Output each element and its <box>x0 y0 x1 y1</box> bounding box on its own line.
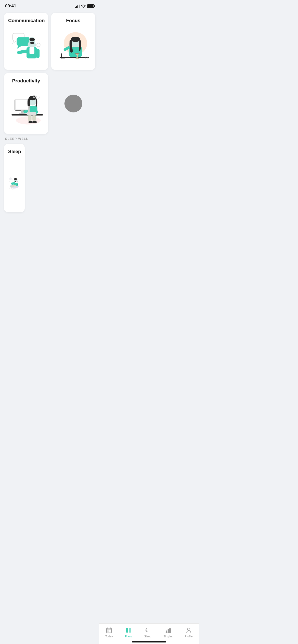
svg-point-7 <box>30 42 34 44</box>
top-card-grid: Communication <box>4 13 95 70</box>
status-icons <box>75 4 94 8</box>
productivity-card[interactable]: Productivity <box>4 73 48 134</box>
svg-point-6 <box>30 38 35 41</box>
svg-rect-27 <box>61 53 62 58</box>
sleep-well-label: SLEEP WELL <box>5 137 95 141</box>
svg-point-62 <box>9 188 11 189</box>
svg-point-17 <box>71 37 80 42</box>
main-content: Communication <box>0 11 99 238</box>
wifi-icon <box>81 4 86 8</box>
battery-icon <box>87 4 94 8</box>
svg-text:✦: ✦ <box>9 181 10 182</box>
svg-point-49 <box>32 121 37 123</box>
svg-rect-47 <box>32 115 36 121</box>
sleep-grid: Sleep <box>4 144 95 212</box>
svg-point-68 <box>9 178 11 180</box>
svg-text:✦: ✦ <box>10 183 11 184</box>
svg-rect-46 <box>28 115 32 121</box>
svg-rect-45 <box>28 106 30 112</box>
focus-card[interactable]: Focus <box>51 13 95 70</box>
sleep-title: Sleep <box>8 149 21 154</box>
svg-rect-33 <box>16 100 29 109</box>
sleep-card[interactable]: Sleep <box>4 144 25 212</box>
svg-point-63 <box>11 188 13 189</box>
second-card-grid: Productivity <box>4 73 95 134</box>
status-time: 09:41 <box>5 4 16 9</box>
svg-rect-24 <box>75 59 80 59</box>
communication-illustration <box>8 26 44 66</box>
svg-rect-11 <box>36 49 39 58</box>
svg-point-48 <box>28 121 33 123</box>
svg-point-50 <box>36 96 39 99</box>
svg-point-12 <box>37 43 40 47</box>
svg-text:✦: ✦ <box>17 184 18 185</box>
svg-point-58 <box>15 181 16 182</box>
communication-card[interactable]: Communication <box>4 13 48 70</box>
svg-rect-9 <box>30 47 34 54</box>
svg-point-57 <box>14 178 17 180</box>
sleep-illustration: ✦ ✦ ✦ <box>8 157 21 208</box>
signal-bars-icon <box>75 4 79 8</box>
productivity-illustration <box>8 87 44 130</box>
svg-rect-23 <box>75 53 80 53</box>
communication-title: Communication <box>8 18 44 23</box>
sleep-empty-half <box>51 144 95 212</box>
svg-rect-44 <box>26 112 36 115</box>
svg-marker-3 <box>17 46 21 49</box>
focus-illustration <box>55 26 91 66</box>
svg-rect-35 <box>19 113 25 114</box>
circle-decoration <box>64 95 82 112</box>
svg-marker-1 <box>13 41 16 44</box>
svg-rect-34 <box>21 110 24 113</box>
circle-decoration-area <box>51 73 95 134</box>
focus-title: Focus <box>55 18 91 23</box>
svg-point-25 <box>77 56 78 57</box>
status-bar: 09:41 <box>0 0 99 11</box>
